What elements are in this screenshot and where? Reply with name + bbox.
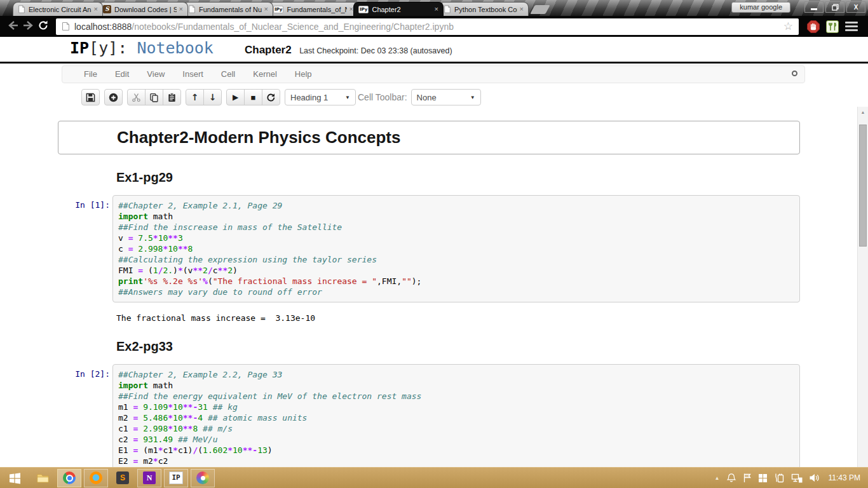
cut-cell-button[interactable] xyxy=(127,89,146,105)
heading-cell[interactable]: Ex1-pg29 xyxy=(58,170,800,185)
flag-icon[interactable] xyxy=(743,473,752,483)
notebook-title[interactable]: Chapter2 xyxy=(245,44,292,56)
sublime-text-icon: S xyxy=(116,471,129,484)
page-icon xyxy=(62,22,70,31)
taskbar-app-firefox[interactable] xyxy=(84,469,108,487)
vertical-scrollbar[interactable]: ▲ xyxy=(857,107,868,467)
tab-close-icon[interactable]: × xyxy=(435,6,438,13)
menu-kernel[interactable]: Kernel xyxy=(244,66,286,83)
notebook-toolbar: ↑ ↓ ▶ ■ Heading 1 ▼ Cell Toolbar: None ▼ xyxy=(81,88,481,106)
back-button[interactable] xyxy=(5,21,20,32)
copy-cell-button[interactable] xyxy=(145,89,163,105)
browser-address-bar: localhost:8888/notebooks/Fundamentals_of… xyxy=(0,16,868,37)
taskbar-app-sublime-text[interactable]: S xyxy=(111,469,135,487)
add-cell-button[interactable] xyxy=(104,89,123,105)
bookmark-star-icon[interactable]: ☆ xyxy=(783,20,793,33)
heading-cell[interactable]: Chapter2-Modern Physics Concepts xyxy=(58,121,800,154)
move-cell-down-button[interactable]: ↓ xyxy=(203,89,222,105)
code-line: FMI = (1/2.)*(v**2/c**2) xyxy=(118,265,794,276)
move-cell-up-button[interactable]: ↑ xyxy=(186,89,204,105)
tab-title: Chapter2 xyxy=(372,6,431,13)
output-text: The fractional mass increase = 3.13e-10 xyxy=(112,313,800,323)
taskbar-app-onenote[interactable]: N xyxy=(137,469,161,487)
code-cell[interactable]: In [2]:##Chapter 2, Example 2.2, Page 33… xyxy=(58,364,800,467)
chrome-icon xyxy=(63,471,76,484)
url-omnibox[interactable]: localhost:8888/notebooks/Fundamentals_of… xyxy=(56,18,799,35)
heading-text: Ex1-pg29 xyxy=(112,170,800,185)
screen: Electronic Circuit Analysi×SDownload Cod… xyxy=(0,0,868,488)
menu-help[interactable]: Help xyxy=(286,66,321,83)
page-icon xyxy=(444,5,451,13)
restart-icon xyxy=(266,93,276,102)
menu-file[interactable]: File xyxy=(75,66,106,83)
menu-cell[interactable]: Cell xyxy=(212,66,244,83)
grid-icon[interactable] xyxy=(758,473,768,483)
paste-cell-button[interactable] xyxy=(163,89,181,105)
code-line: ##Chapter 2, Example 2.1, Page 29 xyxy=(118,200,794,211)
close-button[interactable]: X xyxy=(846,1,865,13)
reload-icon xyxy=(37,20,49,31)
tab-close-icon[interactable]: × xyxy=(520,6,524,13)
browser-tab[interactable]: IPyFundamentals_of_Nuclea× xyxy=(268,2,358,16)
browser-tab[interactable]: SDownload Codes | Scilab× xyxy=(98,2,188,16)
tab-title: Download Codes | Scilab xyxy=(114,6,177,13)
tab-close-icon[interactable]: × xyxy=(264,6,268,13)
save-button[interactable] xyxy=(81,89,100,105)
scrollbar-thumb[interactable] xyxy=(859,125,867,247)
tab-close-icon[interactable]: × xyxy=(179,6,183,13)
browser-profile-button[interactable]: kumar google xyxy=(731,2,790,13)
window-controls: X xyxy=(803,1,865,13)
bell-icon[interactable] xyxy=(726,473,736,483)
notebook-content: Chapter2-Modern Physics ConceptsEx1-pg29… xyxy=(0,107,857,467)
copy-icon xyxy=(149,93,159,102)
minimize-button[interactable] xyxy=(804,1,824,13)
forward-icon xyxy=(23,21,34,30)
adblock-extension-icon[interactable] xyxy=(807,20,820,33)
food-extension-icon[interactable] xyxy=(826,20,839,33)
menu-edit[interactable]: Edit xyxy=(106,66,138,83)
browser-tab[interactable]: Python Textbook Compa× xyxy=(438,2,529,16)
browser-tab[interactable]: IPyChapter2× xyxy=(353,2,444,16)
battery-icon[interactable] xyxy=(774,473,785,483)
run-cell-button[interactable]: ▶ xyxy=(226,89,245,105)
cell-prompt xyxy=(58,339,112,354)
restore-button[interactable] xyxy=(825,1,844,13)
restart-kernel-button[interactable] xyxy=(262,89,280,105)
cell-type-select[interactable]: Heading 1 ▼ xyxy=(285,89,356,105)
taskbar-app-file-explorer[interactable] xyxy=(31,469,55,487)
browser-tab[interactable]: Fundamentals of Nuclear× xyxy=(183,2,273,16)
code-line: print'%s %.2e %s'%("The fractional mass … xyxy=(118,276,794,287)
taskbar-app-ipython[interactable]: IP xyxy=(164,469,188,487)
scroll-up-arrow-icon[interactable]: ▲ xyxy=(858,107,868,118)
browser-tabs: Electronic Circuit Analysi×SDownload Cod… xyxy=(13,2,548,16)
browser-menu-icon[interactable] xyxy=(845,22,858,31)
system-tray: ▲ 11:43 PM xyxy=(715,473,868,483)
forward-button[interactable] xyxy=(20,21,36,32)
network-icon[interactable] xyxy=(791,473,803,483)
code-editor[interactable]: ##Chapter 2, Example 2.1, Page 29import … xyxy=(112,195,800,302)
interrupt-kernel-button[interactable]: ■ xyxy=(244,89,262,105)
notebook-header: IP[y]: Notebook Chapter2 Last Checkpoint… xyxy=(0,37,868,62)
input-prompt: In [2]: xyxy=(58,364,112,467)
menu-insert[interactable]: Insert xyxy=(173,66,212,83)
taskbar-clock[interactable]: 11:43 PM xyxy=(829,473,860,482)
hidden-icons-caret-icon[interactable]: ▲ xyxy=(715,475,720,481)
cell-toolbar-select[interactable]: None ▼ xyxy=(411,89,481,105)
code-cell[interactable]: In [1]:##Chapter 2, Example 2.1, Page 29… xyxy=(58,195,800,302)
taskbar-app-media-app[interactable] xyxy=(191,469,215,487)
menu-view[interactable]: View xyxy=(138,66,173,83)
page-icon xyxy=(18,5,25,13)
heading-cell[interactable]: Ex2-pg33 xyxy=(58,339,800,354)
tab-close-icon[interactable]: × xyxy=(94,6,98,13)
browser-tab[interactable]: Electronic Circuit Analysi× xyxy=(13,2,103,16)
volume-icon[interactable] xyxy=(809,473,820,482)
ipython-logo[interactable]: IP[y]: Notebook xyxy=(70,39,214,57)
code-line: ##Find the energy equivalent in MeV of t… xyxy=(118,391,794,402)
code-editor[interactable]: ##Chapter 2, Example 2.2, Page 33import … xyxy=(112,364,800,467)
folder-icon xyxy=(36,471,50,485)
new-tab-button[interactable] xyxy=(530,5,550,14)
reload-button[interactable] xyxy=(36,20,51,34)
taskbar-app-chrome[interactable] xyxy=(57,469,81,487)
start-button[interactable] xyxy=(0,468,29,488)
checkpoint-status: Last Checkpoint: Dec 03 23:38 (autosaved… xyxy=(299,46,452,55)
